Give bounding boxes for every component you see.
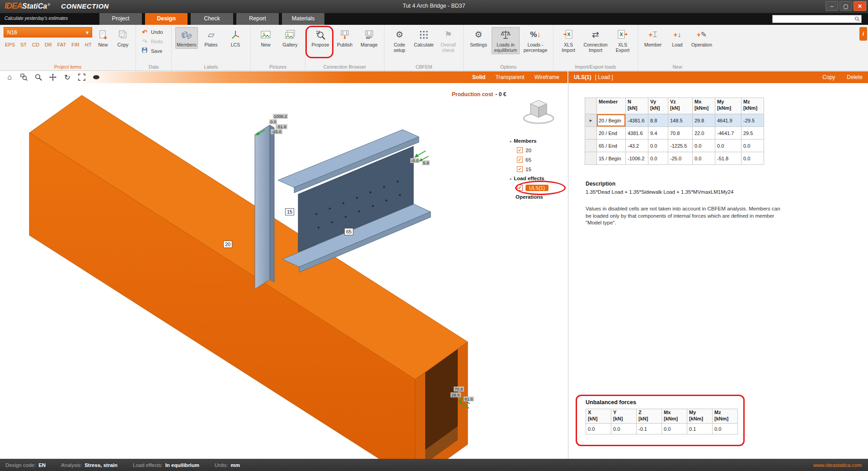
minimize-button[interactable]: – — [826, 1, 838, 11]
manage-button[interactable]: Manage — [358, 27, 380, 49]
clipping-icon[interactable] — [92, 73, 100, 81]
add-operation-icon: +✎ — [696, 29, 708, 41]
navigation-cube[interactable] — [524, 100, 554, 123]
tree-operations-header[interactable]: Operations — [510, 192, 567, 201]
tree-item-member-20[interactable]: ✓ 20 — [510, 145, 567, 155]
new-member-button[interactable]: +⌶ Member — [642, 27, 664, 49]
uls1-selected-label[interactable]: ULS(1) — [525, 185, 549, 191]
member-label-15[interactable]: 15 — [285, 208, 294, 215]
tab-materials[interactable]: Materials — [282, 13, 324, 25]
tree-item-uls1[interactable]: ✓ ULS(1) — [510, 183, 567, 192]
members-labels-button[interactable]: Members — [175, 27, 198, 49]
manage-icon — [363, 29, 375, 41]
tree-members-header[interactable]: ▴ Members — [510, 136, 567, 145]
home-view-icon[interactable]: ⌂ — [5, 73, 14, 81]
tree-item-member-15[interactable]: ✓ 15 — [510, 164, 567, 174]
member-15-plate[interactable] — [255, 125, 274, 289]
checkbox-checked-icon[interactable]: ✓ — [517, 166, 523, 172]
loads-in-equilibrium-button[interactable]: Loads in equilibrium — [492, 27, 520, 54]
undo-icon: ↶ — [141, 28, 148, 36]
copy-project-item-button[interactable]: Copy — [114, 27, 132, 49]
restore-button[interactable]: ▢ — [840, 1, 852, 11]
xls-import-button[interactable]: X XLS Import — [557, 27, 580, 54]
filter-dr[interactable]: DR — [45, 42, 52, 47]
filter-cd[interactable]: CD — [32, 42, 39, 47]
calculate-button[interactable]: Calculate — [413, 27, 435, 49]
website-link[interactable]: www.ideastatica.com — [813, 462, 868, 468]
row-selector[interactable] — [585, 152, 597, 165]
filter-fir[interactable]: FIR — [71, 42, 80, 47]
tree-load-effects-header[interactable]: ▴ Load effects — [510, 174, 567, 183]
tree-item-member-65[interactable]: ✓ 65 — [510, 155, 567, 164]
search-input[interactable] — [773, 16, 853, 22]
zoom-icon[interactable] — [34, 73, 42, 81]
settings-button[interactable]: ⚙ Settings — [467, 27, 490, 49]
zoom-fit-icon[interactable] — [78, 73, 86, 81]
publish-icon — [339, 29, 351, 41]
row-selector[interactable]: ▸ — [585, 114, 597, 127]
group-data: ↶ Undo ↷ Redo Save Data — [136, 25, 172, 70]
gallery-button[interactable]: Gallery — [279, 27, 301, 49]
load-effects-table: Member N [kN] Vy [kN] Vz [kN] Mx [kNm] M… — [585, 98, 764, 165]
column-header: Mx [kNm] — [662, 409, 687, 424]
copy-load-button[interactable]: Copy — [822, 74, 835, 80]
overall-check-button[interactable]: ⚑ Overall check — [437, 27, 460, 54]
loads-percentage-button[interactable]: %↓ Loads - percentage — [521, 27, 549, 54]
connection-import-button[interactable]: ⇄ Connection Import — [582, 27, 610, 54]
column-header: X [kN] — [586, 409, 611, 424]
new-operation-button[interactable]: +✎ Operation — [690, 27, 713, 49]
project-item-selector[interactable]: N16 ▾ — [4, 27, 92, 37]
scene-3d-viewport[interactable]: Production cost- 0 € 20 65 15 1006.2 0.0… — [0, 83, 568, 459]
new-document-icon — [97, 29, 109, 41]
new-load-button[interactable]: +↓ Load — [666, 27, 689, 49]
zoom-window-icon[interactable] — [20, 73, 28, 81]
checkbox-checked-icon[interactable]: ✓ — [517, 185, 523, 191]
redo-button[interactable]: ↷ Redo — [140, 37, 168, 46]
xls-export-icon: X — [617, 29, 629, 41]
delete-load-button[interactable]: Delete — [847, 74, 863, 80]
member-20-beam[interactable] — [29, 95, 468, 459]
tab-check[interactable]: Check — [191, 13, 233, 25]
save-button[interactable]: Save — [140, 46, 168, 56]
new-picture-button[interactable]: New — [254, 27, 277, 49]
tab-report[interactable]: Report — [236, 13, 279, 25]
filter-ht[interactable]: HT — [85, 42, 92, 47]
code-setup-button[interactable]: ⚙ Code setup — [388, 27, 411, 54]
plates-labels-button[interactable]: ▱ Plates — [200, 27, 222, 49]
xls-export-button[interactable]: X XLS Export — [611, 27, 634, 54]
pan-icon[interactable] — [49, 73, 57, 81]
filter-eps[interactable]: EPS — [5, 42, 15, 47]
add-load-icon: +↓ — [671, 29, 683, 41]
flag-icon: ⚑ — [442, 29, 454, 41]
close-button[interactable]: ✕ — [854, 1, 866, 11]
member-label-65[interactable]: 65 — [344, 228, 353, 235]
tab-design[interactable]: Design — [145, 13, 188, 25]
view-mode-wireframe[interactable]: Wireframe — [535, 74, 559, 80]
new-project-item-button[interactable]: New — [94, 27, 112, 49]
row-selector[interactable] — [585, 127, 597, 140]
lcs-labels-button[interactable]: LCS — [224, 27, 247, 49]
checkbox-checked-icon[interactable]: ✓ — [517, 147, 523, 153]
publish-button[interactable]: Publish — [333, 27, 356, 49]
table-row[interactable]: 15 / Begin -1006.2 0.0 -25.0 0.0 -51.8 0… — [585, 152, 764, 165]
member-label-20[interactable]: 20 — [223, 241, 232, 248]
filter-st[interactable]: ST — [20, 42, 27, 47]
filter-fat[interactable]: FAT — [57, 42, 66, 47]
view-mode-transparent[interactable]: Transparent — [495, 74, 524, 80]
rotate-icon[interactable]: ↻ — [63, 73, 71, 81]
info-button[interactable]: i — [859, 27, 867, 41]
propose-button[interactable]: Propose — [309, 27, 332, 49]
checkbox-checked-icon[interactable]: ✓ — [517, 157, 523, 163]
swap-arrows-icon: ⇄ — [590, 29, 601, 41]
undo-button[interactable]: ↶ Undo — [140, 27, 168, 37]
tab-project[interactable]: Project — [99, 13, 142, 25]
titlebar: IDEA StatiCa ® CONNECTION Tut 4 Arch Bri… — [0, 0, 868, 13]
group-label-connection-browser: Connection Browser — [305, 64, 384, 70]
view-mode-solid[interactable]: Solid — [472, 74, 485, 80]
table-row[interactable]: 20 / End 4381.6 9.4 70.8 22.0 -4641.7 29… — [585, 127, 764, 140]
table-row[interactable]: ▸ 20 / Begin -4381.6 8.8 148.5 29.8 4641… — [585, 114, 764, 127]
add-member-icon: +⌶ — [647, 29, 659, 41]
table-row[interactable]: 65 / End -43.2 0.0 -1225.5 0.0 0.0 0.0 — [585, 140, 764, 152]
row-selector[interactable] — [585, 140, 597, 152]
member-65-beam[interactable] — [278, 130, 431, 272]
